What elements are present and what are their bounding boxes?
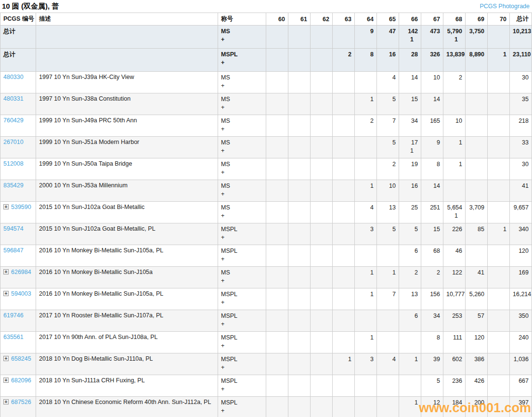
pcgs-number-link[interactable]: 596847 bbox=[3, 247, 24, 254]
grade-cell-61 bbox=[288, 288, 311, 310]
designation-line: MS bbox=[221, 95, 263, 104]
grade-cell-62 bbox=[311, 310, 333, 332]
grade-cell-70 bbox=[488, 332, 510, 353]
grade-cell-69 bbox=[466, 180, 488, 202]
grade-count: 473 bbox=[424, 27, 440, 36]
designation-line: + bbox=[221, 169, 263, 177]
grade-count: 5 bbox=[380, 95, 396, 104]
total-cell: 41 bbox=[510, 180, 532, 202]
grade-count: 1 bbox=[446, 160, 462, 169]
grade-cell-65 bbox=[377, 332, 399, 353]
grade-cell-62 bbox=[311, 180, 333, 202]
grade-cell-66: 171 bbox=[399, 137, 421, 158]
table-row: 6197462017 10 Yn Rooster Bi-Metallic Sun… bbox=[0, 310, 532, 332]
designation-line: + bbox=[221, 407, 263, 415]
description-cell: 2015 10 Yn Sun-J102a Goat Bi-Metallic, P… bbox=[36, 223, 218, 245]
grade-cell-70: 1 bbox=[488, 49, 510, 72]
total-cell: 23,110 bbox=[510, 49, 532, 72]
grade-cell-70 bbox=[488, 245, 510, 267]
grade-count: 68 bbox=[424, 247, 440, 255]
grade-cell-62 bbox=[311, 397, 333, 417]
grade-cell-65: 1 bbox=[377, 267, 399, 288]
grade-count: 1 bbox=[446, 139, 462, 147]
grade-cell-60 bbox=[266, 375, 288, 397]
designation-cell: MS+ bbox=[218, 267, 266, 288]
grade-cell-70: 1 bbox=[488, 223, 510, 245]
grade-count: 226 bbox=[446, 225, 462, 234]
grade-cell-69 bbox=[466, 72, 488, 93]
grade-cell-66: 19 bbox=[399, 158, 421, 180]
grade-count: 13 bbox=[380, 204, 396, 212]
grade-cell-69 bbox=[466, 245, 488, 267]
grade-cell-70 bbox=[488, 310, 510, 332]
expand-icon[interactable]: + bbox=[3, 269, 9, 274]
grade-cell-67: 251 bbox=[421, 202, 443, 223]
expand-icon[interactable]: + bbox=[3, 291, 9, 296]
pcgs-number-link[interactable]: 626984 bbox=[11, 269, 31, 275]
total-cell: 240 bbox=[510, 332, 532, 353]
pcgs-number-link[interactable]: 539590 bbox=[11, 204, 31, 210]
pcgs-number-link[interactable]: 619746 bbox=[3, 312, 24, 319]
pcgs-number-link[interactable]: 682096 bbox=[11, 377, 31, 384]
grade-cell-69: 8,890 bbox=[466, 49, 488, 72]
grade-cell-70 bbox=[488, 180, 510, 202]
designation-line: MSPL bbox=[221, 247, 263, 255]
pcgs-number-cell: 512008 bbox=[0, 158, 36, 180]
pcgs-number-link[interactable]: 480330 bbox=[3, 74, 24, 80]
grade-cell-61 bbox=[288, 115, 311, 137]
grade-cell-64 bbox=[355, 158, 377, 180]
grade-cell-61 bbox=[288, 202, 311, 223]
grade-cell-69: 200 bbox=[466, 397, 488, 417]
grade-cell-62 bbox=[311, 115, 333, 137]
grade-cell-61 bbox=[288, 137, 311, 158]
grade-count: 3 bbox=[358, 225, 374, 234]
grade-cell-63 bbox=[333, 202, 355, 223]
grade-cell-63 bbox=[333, 137, 355, 158]
expand-icon[interactable]: + bbox=[3, 356, 9, 361]
grade-cell-60 bbox=[266, 72, 288, 93]
pcgs-number-link[interactable]: 594003 bbox=[11, 290, 31, 297]
grade-cell-64 bbox=[355, 245, 377, 267]
designation-cell: MSPL+ bbox=[218, 332, 266, 353]
designation-line: MSPL bbox=[221, 225, 263, 234]
grade-cell-67: 2 bbox=[421, 267, 443, 288]
pcgs-number-link[interactable]: 480331 bbox=[3, 95, 24, 102]
table-row: +6875262018 10 Yn Chinese Economic Refor… bbox=[0, 397, 532, 417]
pcgs-number-link[interactable]: 687526 bbox=[11, 399, 31, 405]
totals-row: 总计MS+94714214735,79013,75010,213 bbox=[0, 26, 532, 49]
grade-cell-67: 5 bbox=[421, 375, 443, 397]
pcgs-number-link[interactable]: 635561 bbox=[3, 334, 24, 340]
total-cell: 667 bbox=[510, 375, 532, 397]
grade-cell-67: 8 bbox=[421, 158, 443, 180]
grade-count: 14 bbox=[402, 74, 418, 82]
column-header-pcgs-no: PCGS 编号 bbox=[0, 13, 36, 26]
grade-cell-67: 14 bbox=[421, 180, 443, 202]
grade-cell-68: 226 bbox=[443, 223, 466, 245]
pcgs-photograde-link[interactable]: PCGS Photograde bbox=[480, 3, 530, 10]
pcgs-number-link[interactable]: 760429 bbox=[3, 117, 24, 124]
description-cell: 1999 10 Yn Sun-J51a Modern Harbor bbox=[36, 137, 218, 158]
grade-cell-63 bbox=[333, 26, 355, 49]
designation-cell: MSPL+ bbox=[218, 353, 266, 375]
pcgs-number-link[interactable]: 267010 bbox=[3, 139, 24, 145]
grade-count: 5 bbox=[380, 225, 396, 234]
grade-count: 5 bbox=[402, 225, 418, 234]
designation-line: MSPL bbox=[221, 399, 263, 407]
pcgs-number-link[interactable]: 658245 bbox=[11, 355, 31, 362]
designation-cell: MSPL+ bbox=[218, 223, 266, 245]
expand-icon[interactable]: + bbox=[3, 204, 9, 209]
pcgs-number-link[interactable]: 512008 bbox=[3, 160, 24, 167]
expand-icon[interactable]: + bbox=[3, 378, 9, 383]
grade-count: 8 bbox=[424, 334, 440, 342]
grade-cell-67: 156 bbox=[421, 288, 443, 310]
expand-icon[interactable]: + bbox=[3, 399, 9, 404]
grade-count: 28 bbox=[402, 51, 418, 59]
totals-label: 总计 bbox=[3, 28, 15, 35]
pcgs-number-link[interactable]: 594574 bbox=[3, 225, 24, 232]
column-header-61: 61 bbox=[288, 13, 311, 26]
designation-line: MS bbox=[221, 117, 263, 125]
column-header-description: 描述 bbox=[36, 13, 218, 26]
pcgs-number-link[interactable]: 835429 bbox=[3, 182, 24, 189]
grade-cell-61 bbox=[288, 223, 311, 245]
grade-count: 14 bbox=[424, 95, 440, 104]
